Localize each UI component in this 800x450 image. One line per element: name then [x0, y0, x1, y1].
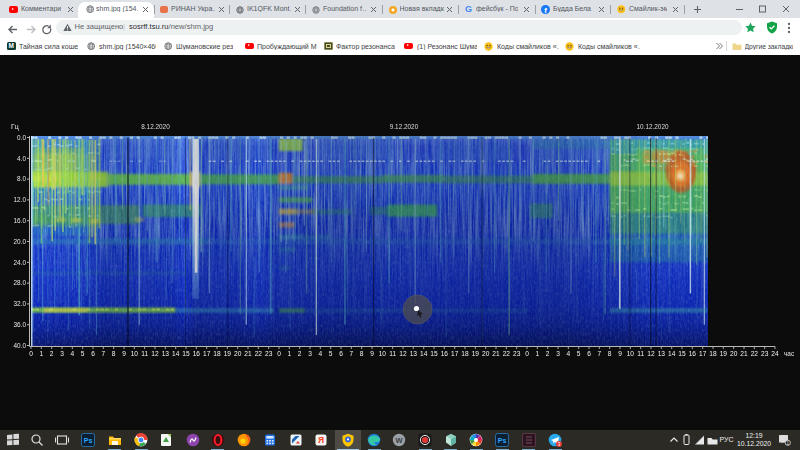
- svg-text:0: 0: [29, 349, 33, 356]
- svg-text:9: 9: [618, 349, 622, 356]
- svg-text:13: 13: [410, 349, 418, 356]
- svg-text:12.0: 12.0: [14, 196, 27, 203]
- svg-text:18: 18: [213, 349, 221, 356]
- svg-text:Гц: Гц: [11, 123, 19, 131]
- svg-text:15: 15: [678, 349, 686, 356]
- svg-text:8.0: 8.0: [17, 175, 26, 182]
- svg-text:3: 3: [60, 349, 64, 356]
- svg-text:16: 16: [689, 349, 697, 356]
- svg-text:18: 18: [461, 349, 469, 356]
- svg-text:Ps: Ps: [84, 437, 93, 444]
- svg-text:16.0: 16.0: [14, 216, 27, 223]
- svg-text:13: 13: [658, 349, 666, 356]
- svg-text:24: 24: [771, 349, 779, 356]
- svg-text:14: 14: [668, 349, 676, 356]
- svg-text:22: 22: [751, 349, 759, 356]
- svg-text:23: 23: [513, 349, 521, 356]
- svg-text:11: 11: [141, 349, 148, 356]
- svg-text:20: 20: [234, 349, 242, 356]
- svg-text:17: 17: [699, 349, 707, 356]
- svg-text:23: 23: [265, 349, 273, 356]
- svg-text:13: 13: [162, 349, 170, 356]
- svg-text:W: W: [395, 436, 403, 445]
- svg-text:2: 2: [50, 349, 54, 356]
- svg-text:18: 18: [709, 349, 717, 356]
- svg-text:2: 2: [298, 349, 302, 356]
- svg-text:19: 19: [720, 349, 728, 356]
- svg-text:15: 15: [430, 349, 438, 356]
- svg-text:28.0: 28.0: [14, 279, 27, 286]
- svg-text:9: 9: [370, 349, 374, 356]
- svg-text:6: 6: [587, 349, 591, 356]
- svg-text:5: 5: [329, 349, 333, 356]
- svg-text:2: 2: [546, 349, 550, 356]
- svg-text:11: 11: [389, 349, 396, 356]
- svg-text:4: 4: [70, 349, 74, 356]
- svg-text:1: 1: [39, 349, 43, 356]
- svg-text:21: 21: [244, 349, 252, 356]
- svg-text:21: 21: [492, 349, 500, 356]
- svg-text:16: 16: [441, 349, 449, 356]
- svg-text:Ps: Ps: [498, 437, 507, 444]
- svg-text:5: 5: [81, 349, 85, 356]
- svg-text:14: 14: [420, 349, 428, 356]
- svg-text:10.12.2020: 10.12.2020: [637, 123, 669, 130]
- svg-text:22: 22: [255, 349, 263, 356]
- svg-text:10: 10: [379, 349, 387, 356]
- svg-text:20: 20: [482, 349, 490, 356]
- svg-text:7: 7: [597, 349, 601, 356]
- svg-text:16: 16: [193, 349, 201, 356]
- svg-text:0.0: 0.0: [17, 133, 26, 140]
- svg-text:6: 6: [91, 349, 95, 356]
- svg-text:4: 4: [566, 349, 570, 356]
- svg-text:7: 7: [349, 349, 353, 356]
- svg-text:4: 4: [318, 349, 322, 356]
- svg-text:6: 6: [339, 349, 343, 356]
- svg-text:5: 5: [577, 349, 581, 356]
- svg-text:24.0: 24.0: [14, 258, 27, 265]
- svg-text:40.0: 40.0: [14, 341, 27, 348]
- svg-text:36.0: 36.0: [14, 320, 27, 327]
- svg-text:19: 19: [472, 349, 480, 356]
- svg-text:Я: Я: [318, 435, 324, 445]
- svg-text:0: 0: [525, 349, 529, 356]
- svg-text:3: 3: [556, 349, 560, 356]
- svg-text:0: 0: [277, 349, 281, 356]
- svg-text:11: 11: [637, 349, 644, 356]
- svg-text:10: 10: [627, 349, 635, 356]
- svg-text:9.12.2020: 9.12.2020: [390, 123, 419, 130]
- svg-text:19: 19: [224, 349, 232, 356]
- svg-text:12: 12: [151, 349, 159, 356]
- svg-text:14: 14: [172, 349, 180, 356]
- svg-text:20: 20: [730, 349, 738, 356]
- svg-text:12: 12: [399, 349, 407, 356]
- svg-text:15: 15: [182, 349, 190, 356]
- svg-text:17: 17: [451, 349, 459, 356]
- svg-text:1: 1: [287, 349, 291, 356]
- svg-text:12: 12: [647, 349, 655, 356]
- svg-text:9: 9: [122, 349, 126, 356]
- svg-text:8: 8: [112, 349, 116, 356]
- svg-text:4.0: 4.0: [17, 154, 26, 161]
- svg-text:10: 10: [131, 349, 139, 356]
- svg-text:час: час: [784, 349, 795, 356]
- svg-text:32.0: 32.0: [14, 300, 27, 307]
- svg-text:20.0: 20.0: [14, 237, 27, 244]
- svg-text:8.12.2020: 8.12.2020: [141, 123, 170, 130]
- svg-text:3: 3: [308, 349, 312, 356]
- svg-text:21: 21: [740, 349, 748, 356]
- svg-text:23: 23: [761, 349, 769, 356]
- svg-text:1: 1: [535, 349, 539, 356]
- svg-text:8: 8: [608, 349, 612, 356]
- svg-text:8: 8: [360, 349, 364, 356]
- svg-text:22: 22: [503, 349, 511, 356]
- svg-text:7: 7: [101, 349, 105, 356]
- svg-text:17: 17: [203, 349, 211, 356]
